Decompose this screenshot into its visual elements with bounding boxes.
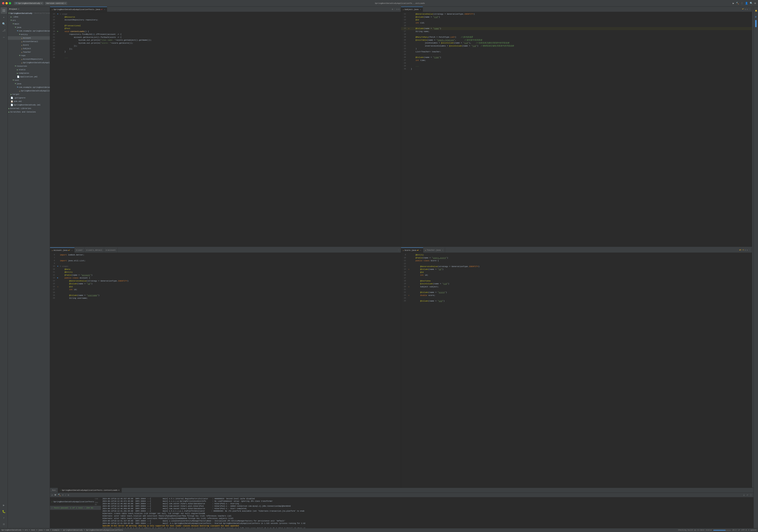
settings-icon[interactable]: ⚙ bbox=[67, 494, 69, 496]
tab-close[interactable]: ✕ bbox=[420, 249, 421, 251]
tree-item-appyml[interactable]: 📄 application.yml bbox=[8, 75, 50, 79]
stop-icon[interactable]: ⏹ bbox=[54, 494, 57, 496]
chevron-down-icon[interactable]: ∨ bbox=[746, 249, 748, 251]
more-icon[interactable]: ⋮ bbox=[749, 494, 752, 496]
tree-item-entity[interactable]: ▼ entity bbox=[8, 33, 50, 36]
tree-item-idea[interactable]: ▶ .idea bbox=[8, 15, 50, 19]
sidebar-icon-services[interactable]: ⚡ bbox=[1, 515, 7, 521]
tree-item-root[interactable]: ▼ SpringBootDataStudy ~/Desktop/CS/JavaE… bbox=[8, 12, 50, 15]
maximize-button[interactable] bbox=[9, 2, 11, 4]
bottom-tab-run[interactable]: Run bbox=[50, 488, 58, 493]
chevron-down-icon[interactable]: ∨ bbox=[398, 8, 399, 10]
top-right-code[interactable]: 11 @GeneratedValue(strategy = Generation… bbox=[401, 12, 752, 247]
tree-item-external-libs[interactable]: ▶ External Libraries bbox=[8, 107, 50, 110]
tab-account[interactable]: ☕ Account.java ▲7 ✕ bbox=[50, 248, 75, 253]
project-selector[interactable]: SB SpringBootDataStudy ▾ bbox=[14, 2, 44, 5]
sidebar-icon-run[interactable]: ▶ bbox=[1, 502, 7, 509]
sidebar-icon-more[interactable]: ⋯ bbox=[1, 34, 7, 41]
line-separator[interactable]: LF bbox=[738, 529, 740, 531]
chevron-up-icon[interactable]: ∧ bbox=[745, 8, 746, 10]
more-icon[interactable]: ⋮ bbox=[397, 249, 399, 251]
tab-close[interactable]: ✕ bbox=[104, 9, 105, 11]
rerun-icon[interactable]: ↺ bbox=[51, 494, 53, 496]
search-icon[interactable]: 🔍 bbox=[750, 2, 753, 5]
vcs-selector[interactable]: Version control ▾ bbox=[45, 2, 67, 5]
tree-item-accountrepo[interactable]: ☕ AccountRepository bbox=[8, 57, 50, 61]
tab-users-detail[interactable]: ⊡ users_detail bbox=[85, 248, 104, 253]
tree-item-teacher[interactable]: ☕ Teacher bbox=[8, 50, 50, 54]
top-left-code[interactable]: 14 ● 1 usage 14 @Resource 15 bbox=[50, 12, 401, 247]
tree-item-test[interactable]: ▼ test bbox=[8, 79, 50, 82]
tree-item-account[interactable]: ☕ Account bbox=[8, 36, 50, 40]
tree-item-springbootapp[interactable]: ☕ SpringBootDataStudyApplication bbox=[8, 61, 50, 64]
tree-item-src[interactable]: ▼ src bbox=[8, 19, 50, 22]
cursor-position[interactable]: 29:2 bbox=[732, 529, 737, 531]
chevron-up-icon[interactable]: ∧ bbox=[396, 8, 398, 10]
editor-panes: ☕ SpringBootDataStudyApplicationTests.ja… bbox=[50, 7, 753, 488]
minimize-button[interactable] bbox=[6, 2, 8, 4]
tab-springboottests[interactable]: ☕ SpringBootDataStudyApplicationTests.ja… bbox=[50, 7, 107, 12]
sidebar-icon-debug[interactable]: 🐛 bbox=[1, 509, 7, 515]
tree-item-gitignore[interactable]: 📄 .gitignore bbox=[8, 96, 50, 100]
run-button[interactable]: ▶ bbox=[733, 2, 734, 5]
more-button[interactable]: ⋮ bbox=[741, 2, 743, 5]
split-icon[interactable]: ⊞ bbox=[392, 8, 393, 10]
profile-icon[interactable]: 👤 bbox=[745, 2, 748, 5]
panel-gear-icon[interactable]: ⚙ bbox=[18, 8, 19, 10]
tree-item-main[interactable]: ▼ main bbox=[8, 22, 50, 26]
sidebar-icon-terminal[interactable]: ⊡ bbox=[1, 521, 7, 527]
test-result-item[interactable]: ✓ SpringBootDataStudyApplicationTests co… bbox=[50, 498, 101, 506]
tab-account-db[interactable]: ⊡ account bbox=[104, 248, 118, 253]
build-icon[interactable]: 🔨 bbox=[57, 494, 61, 496]
tab-subject[interactable]: ☕ Subject.java ✕ bbox=[401, 7, 423, 12]
indent[interactable]: 4 spaces bbox=[748, 529, 757, 531]
sidebar-icon-vcs[interactable]: ⎇ bbox=[1, 27, 7, 34]
chevron-up-icon[interactable]: ∧ bbox=[745, 249, 746, 251]
tree-item-resources[interactable]: ▼ resources bbox=[8, 64, 50, 68]
chevron-down-icon[interactable]: ∨ bbox=[746, 8, 748, 10]
tree-item-package[interactable]: ▼ com.example.springbootdatastudy bbox=[8, 29, 50, 33]
more-icon[interactable]: ⋮ bbox=[748, 249, 750, 251]
tab-teacher[interactable]: ☕ Teacher.java ✕ bbox=[423, 248, 445, 253]
bottom-right-code[interactable]: 9 @Entity 10 @Table(name = "users_score"… bbox=[401, 253, 752, 488]
filter-icon[interactable]: ⊘ bbox=[62, 494, 64, 496]
tree-item-springboottests[interactable]: ☕ SpringBootDataStudyApplicationTests bbox=[8, 89, 50, 93]
tree-item-score[interactable]: ☕ Score bbox=[8, 43, 50, 47]
close-button[interactable] bbox=[2, 2, 4, 4]
tab-score[interactable]: ☕ Score.java ▲6 ✕ bbox=[401, 248, 423, 253]
tab-close[interactable]: ✕ bbox=[442, 249, 443, 251]
tab-close[interactable]: ✕ bbox=[420, 9, 421, 11]
more-icon[interactable]: ⋮ bbox=[394, 8, 396, 10]
tab-user[interactable]: ⊡ user bbox=[75, 248, 85, 253]
sidebar-icon-find[interactable]: 🔍 bbox=[1, 21, 7, 27]
tree-item-target[interactable]: ▶ target bbox=[8, 93, 50, 96]
tree-item-repo[interactable]: ▼ repo bbox=[8, 54, 50, 57]
tree-item-subject[interactable]: ☕ Subject bbox=[8, 47, 50, 50]
encoding[interactable]: UTF-8 bbox=[741, 529, 747, 531]
build-button[interactable]: 🔨 bbox=[736, 2, 739, 5]
tree-item-accountdetail[interactable]: ☕ AccountDetail bbox=[8, 40, 50, 43]
right-icon-m[interactable]: m bbox=[754, 14, 758, 20]
scroll-end-icon[interactable]: ⤓ bbox=[743, 494, 745, 496]
tab-close[interactable]: ✕ bbox=[118, 489, 120, 491]
more-icon[interactable]: ⋮ bbox=[748, 8, 750, 10]
right-icon-highlight[interactable] bbox=[755, 20, 757, 27]
tree-item-templates[interactable]: ▶ templates bbox=[8, 72, 50, 75]
tree-item-test-java[interactable]: ▼ java bbox=[8, 82, 50, 85]
check-icon[interactable]: ✓ bbox=[65, 494, 67, 496]
tree-item-pomxml[interactable]: 📋 pom.xml bbox=[8, 100, 50, 103]
tree-item-scratches[interactable]: ▶ Scratches and Consoles bbox=[8, 110, 50, 114]
wrap-icon[interactable]: ⤶ bbox=[746, 494, 749, 496]
tab-close[interactable]: ✕ bbox=[72, 249, 73, 251]
sidebar-icon-project[interactable] bbox=[1, 7, 7, 14]
tree-item-static[interactable]: ▶ static bbox=[8, 68, 50, 72]
settings-icon[interactable]: ⚙ bbox=[754, 2, 756, 5]
log-area[interactable]: 2024-06-13T18:12:40.537-05:00 INFO 28964… bbox=[101, 497, 753, 528]
tree-item-main-java[interactable]: ▼ java bbox=[8, 26, 50, 29]
right-icon-notifications[interactable]: 🔔 bbox=[754, 7, 758, 14]
bottom-tab-contextloads[interactable]: ✓ SpringBootDataStudyApplicationTests.co… bbox=[58, 488, 122, 493]
bottom-left-code[interactable]: 6 import lombok.Getter; 7 8 impo bbox=[50, 253, 401, 488]
sidebar-icon-bookmarks[interactable]: ✦ bbox=[1, 14, 7, 20]
tree-item-test-package[interactable]: ▼ com.example.springbootdatastudy bbox=[8, 85, 50, 89]
tree-item-iml[interactable]: 📄 SpringBootDataStudy.iml bbox=[8, 103, 50, 107]
